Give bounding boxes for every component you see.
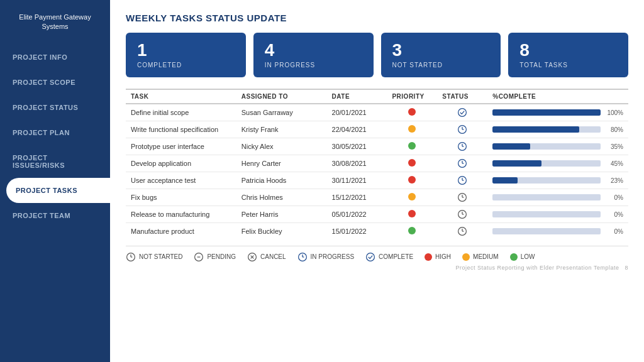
legend-low: LOW	[510, 253, 535, 261]
progress-bar-fill-4	[492, 177, 518, 184]
task-assigned-5: Chris Holmes	[236, 189, 327, 206]
col-header-priority: PRIORITY	[387, 89, 437, 104]
legend-low-label: LOW	[521, 253, 535, 260]
table-header-row: TASK ASSIGNED TO DATE PRIORITY STATUS %C…	[126, 89, 628, 104]
sidebar-item-project-plan[interactable]: PROJECT PLAN	[0, 120, 110, 145]
task-assigned-2: Nicky Alex	[236, 138, 327, 155]
progress-bar-bg-6	[492, 211, 601, 217]
table-row: Release to manufacturing Peter Harris 05…	[126, 206, 628, 223]
sidebar-item-project-info[interactable]: PROJECT INFO	[0, 45, 110, 70]
legend-high-label: HIGH	[435, 253, 451, 260]
task-progress-2: 35%	[487, 138, 628, 155]
progress-bar-bg-0	[492, 109, 601, 116]
low-priority-indicator	[408, 142, 416, 150]
col-header-assigned: ASSIGNED TO	[236, 89, 327, 104]
sidebar-item-project-issues[interactable]: PROJECT ISSUES/RISKS	[0, 145, 110, 178]
task-name-5: Fix bugs	[126, 189, 236, 206]
progress-pct-0: 100%	[604, 109, 623, 116]
table-row: Fix bugs Chris Holmes 15/12/2021 0%	[126, 189, 628, 206]
task-progress-3: 45%	[487, 155, 628, 172]
legend-high: HIGH	[425, 253, 451, 261]
table-row: Write functional specification Kristy Fr…	[126, 121, 628, 138]
col-header-task: TASK	[126, 89, 236, 104]
progress-pct-5: 0%	[604, 194, 623, 201]
progress-bar-bg-5	[492, 194, 601, 200]
task-date-0: 20/01/2021	[327, 104, 387, 121]
svg-point-33	[367, 253, 375, 261]
task-progress-5: 0%	[487, 189, 628, 206]
sidebar-logo: Elite Payment Gateway Systems	[0, 6, 110, 45]
legend-complete: COMPLETE	[365, 251, 413, 262]
task-assigned-4: Patricia Hoods	[236, 172, 327, 189]
task-status-4	[437, 172, 487, 189]
high-priority-indicator	[408, 108, 416, 116]
progress-bar-fill-1	[492, 126, 579, 133]
complete-icon	[365, 251, 375, 262]
summary-cards: 1 COMPLETED 4 IN PROGRESS 3 NOT STARTED …	[126, 33, 628, 77]
progress-pct-4: 23%	[604, 177, 623, 184]
high-priority-indicator	[408, 176, 416, 184]
task-name-1: Write functional specification	[126, 121, 236, 138]
task-priority-6	[387, 206, 437, 223]
task-date-1: 22/04/2021	[327, 121, 387, 138]
col-header-complete: %COMPLETE	[487, 89, 628, 104]
legend-medium: MEDIUM	[462, 253, 499, 261]
card-total: 8 TOTAL TASKS	[508, 33, 628, 77]
progress-pct-6: 0%	[604, 211, 623, 218]
medium-priority-dot	[462, 253, 470, 261]
card-notstarted-number: 3	[392, 41, 490, 59]
task-status-3	[437, 155, 487, 172]
card-total-number: 8	[519, 41, 617, 59]
cancel-icon	[247, 251, 257, 262]
sidebar-item-project-status[interactable]: PROJECT STATUS	[0, 95, 110, 120]
task-priority-4	[387, 172, 437, 189]
task-date-7: 15/01/2022	[327, 223, 387, 240]
task-priority-2	[387, 138, 437, 155]
card-completed-number: 1	[137, 41, 235, 59]
legend-not-started: NOT STARTED	[126, 251, 182, 262]
progress-pct-2: 35%	[604, 143, 623, 150]
task-date-6: 05/01/2022	[327, 206, 387, 223]
task-status-2	[437, 138, 487, 155]
legend-pending-label: PENDING	[207, 253, 236, 260]
progress-pct-1: 80%	[604, 126, 623, 133]
sidebar-item-project-scope[interactable]: PROJECT SCOPE	[0, 70, 110, 95]
task-name-6: Release to manufacturing	[126, 206, 236, 223]
progress-bar-bg-1	[492, 126, 601, 133]
progress-pct-3: 45%	[604, 160, 623, 167]
task-table: TASK ASSIGNED TO DATE PRIORITY STATUS %C…	[126, 89, 628, 239]
task-status-0	[437, 104, 487, 121]
card-completed-label: COMPLETED	[137, 62, 235, 69]
task-name-3: Develop application	[126, 155, 236, 172]
card-completed: 1 COMPLETED	[126, 33, 246, 77]
low-priority-dot	[510, 253, 518, 261]
in-progress-icon	[297, 251, 308, 262]
progress-bar-bg-3	[492, 160, 601, 167]
task-name-0: Define initial scope	[126, 104, 236, 121]
card-total-label: TOTAL TASKS	[519, 62, 617, 69]
task-date-3: 30/08/2021	[327, 155, 387, 172]
main-content: WEEKLY TASKS STATUS UPDATE 1 COMPLETED 4…	[110, 0, 644, 362]
table-row: Prototype user interface Nicky Alex 30/0…	[126, 138, 628, 155]
task-priority-7	[387, 223, 437, 240]
table-row: Develop application Henry Carter 30/08/2…	[126, 155, 628, 172]
legend-in-progress: IN PROGRESS	[297, 251, 354, 262]
svg-point-0	[458, 109, 467, 117]
legend-cancel: CANCEL	[247, 251, 286, 262]
card-inprogress-number: 4	[265, 41, 362, 59]
task-progress-0: 100%	[487, 104, 628, 121]
task-date-5: 15/12/2021	[327, 189, 387, 206]
sidebar-item-project-team[interactable]: PROJECT TEAM	[0, 203, 110, 228]
table-row: Manufacture product Felix Buckley 15/01/…	[126, 223, 628, 240]
sidebar-item-project-tasks[interactable]: PROJECT TASKS	[6, 178, 110, 203]
sidebar: Elite Payment Gateway Systems PROJECT IN…	[0, 0, 110, 362]
col-header-status: STATUS	[437, 89, 487, 104]
card-inprogress: 4 IN PROGRESS	[253, 33, 374, 77]
footer-text: Project Status Reporting with Elder Pres…	[456, 265, 619, 271]
table-row: User acceptance test Patricia Hoods 30/1…	[126, 172, 628, 189]
col-header-date: DATE	[327, 89, 387, 104]
task-name-2: Prototype user interface	[126, 138, 236, 155]
not-started-icon	[126, 251, 136, 262]
task-name-4: User acceptance test	[126, 172, 236, 189]
task-status-7	[437, 223, 487, 240]
